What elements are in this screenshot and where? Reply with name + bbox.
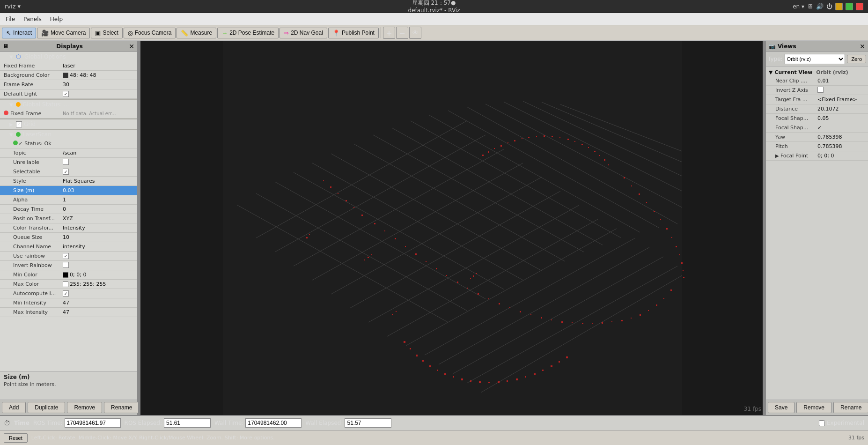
autocompute-row[interactable]: Autocompute I... ✓ [0, 289, 137, 298]
pose-estimate-label: 2D Pose Estimate [229, 30, 274, 36]
max-intensity-row[interactable]: Max Intensity 47 [0, 308, 137, 317]
save-view-btn[interactable]: Save [768, 402, 794, 413]
displays-close-btn[interactable]: ✕ [129, 43, 134, 50]
publish-point-icon: 📍 [332, 30, 340, 37]
global-status-frame-row[interactable]: Fixed Frame No tf data. Actual err... [0, 109, 137, 119]
cv-near-clip-row[interactable]: Near Clip .... 0.01 [766, 76, 868, 86]
svg-rect-85 [488, 298, 489, 299]
selectable-row[interactable]: Selectable ✓ [0, 167, 137, 177]
add-icon-btn[interactable]: + [383, 27, 395, 39]
autocompute-checkbox[interactable]: ✓ [63, 290, 69, 297]
svg-rect-36 [500, 145, 502, 147]
cv-focal-point-row[interactable]: ▶ Focal Point 0; 0; 0 [766, 151, 868, 161]
menu-file[interactable]: File [2, 15, 19, 23]
position-transf-row[interactable]: Position Transf... XYZ [0, 214, 137, 223]
measure-btn[interactable]: 📏 Measure [177, 28, 216, 38]
invert-rainbow-row[interactable]: Invert Rainbow [0, 261, 137, 270]
queue-size-row[interactable]: Queue Size 10 [0, 233, 137, 242]
select-btn[interactable]: ▣ Select [91, 28, 122, 38]
alpha-row[interactable]: Alpha 1 [0, 195, 137, 205]
min-color-row[interactable]: Min Color 0; 0; 0 [0, 270, 137, 280]
views-type-select[interactable]: Orbit (rviz) [785, 54, 846, 64]
svg-rect-114 [542, 370, 544, 371]
reset-btn[interactable]: Reset [4, 433, 28, 443]
add-display-btn[interactable]: Add [2, 402, 26, 413]
unreliable-row[interactable]: Unreliable [0, 158, 137, 167]
nav-goal-btn[interactable]: ⇒ 2D Nav Goal [280, 28, 327, 38]
svg-rect-38 [514, 140, 515, 141]
views-type-label: Type: [768, 56, 783, 62]
rename-display-btn[interactable]: Rename [104, 402, 139, 413]
svg-rect-90 [436, 268, 437, 269]
decay-time-row[interactable]: Decay Time 0 [0, 205, 137, 214]
svg-rect-41 [536, 136, 537, 137]
rename-view-btn[interactable]: Rename [833, 402, 868, 413]
remove-icon-btn[interactable]: − [396, 27, 408, 39]
duplicate-display-btn[interactable]: Duplicate [28, 402, 65, 413]
svg-rect-68 [656, 304, 657, 306]
ros-time-input[interactable] [65, 418, 121, 428]
size-row[interactable]: Size (m) 0.03 [0, 186, 137, 195]
wall-elapsed-input[interactable] [345, 418, 391, 428]
views-zero-btn[interactable]: Zero [847, 55, 866, 63]
invert-z-checkbox[interactable] [817, 87, 824, 93]
menu-help[interactable]: Help [46, 15, 66, 23]
close-btn[interactable] [856, 3, 863, 10]
grid-checkbox[interactable]: ✓ [16, 121, 22, 127]
cv-invert-z-row[interactable]: Invert Z Axis [766, 86, 868, 95]
max-color-row[interactable]: Max Color 255; 255; 255 [0, 280, 137, 289]
view-icon-btn[interactable]: 👁 [409, 27, 421, 39]
cv-focal-shape1-row[interactable]: Focal Shap... 0.05 [766, 114, 868, 123]
move-camera-btn[interactable]: 🎥 Move Camera [37, 28, 90, 38]
global-options-label: Global Options [24, 53, 135, 60]
cv-pitch-row[interactable]: Pitch 0.785398 [766, 142, 868, 151]
unreliable-checkbox[interactable] [63, 159, 69, 165]
svg-rect-75 [592, 323, 593, 324]
topic-row[interactable]: Topic /scan [0, 148, 137, 158]
invert-rainbow-checkbox[interactable] [63, 262, 69, 268]
wall-time-input[interactable] [245, 418, 302, 428]
focus-camera-btn[interactable]: ◎ Focus Camera [124, 28, 176, 38]
selectable-checkbox[interactable]: ✓ [63, 169, 69, 175]
cv-focal-shape2-row[interactable]: Focal Shap... ✓ [766, 123, 868, 133]
toolbar: ↖ Interact 🎥 Move Camera ▣ Select ◎ Focu… [0, 25, 868, 41]
menu-panels[interactable]: Panels [20, 15, 45, 23]
app-name[interactable]: rviz ▾ [5, 3, 21, 10]
svg-rect-126 [470, 278, 471, 279]
right-resize-handle[interactable] [763, 41, 765, 415]
min-intensity-row[interactable]: Min Intensity 47 [0, 298, 137, 308]
status-ok-row[interactable]: ✓ Status: Ok [0, 139, 137, 148]
color-transfor-row[interactable]: Color Transfor... Intensity [0, 223, 137, 233]
minimize-btn[interactable] [835, 3, 843, 10]
remove-display-btn[interactable]: Remove [67, 402, 102, 413]
default-light-checkbox[interactable]: ✓ [63, 91, 69, 97]
interact-btn[interactable]: ↖ Interact [2, 28, 36, 38]
use-rainbow-checkbox[interactable]: ✓ [63, 253, 69, 259]
fixed-frame-row[interactable]: Fixed Frame laser [0, 61, 137, 71]
cv-target-frame-row[interactable]: Target Fra ... <Fixed Frame> [766, 95, 868, 104]
displays-icon: 🖥 [3, 43, 8, 50]
global-options-header[interactable]: ▼ ⬡ Global Options [0, 52, 137, 61]
pose-estimate-btn[interactable]: → 2D Pose Estimate [217, 28, 279, 38]
maximize-btn[interactable] [846, 3, 853, 10]
lang-selector[interactable]: en ▾ [793, 3, 804, 10]
remove-view-btn[interactable]: Remove [796, 402, 831, 413]
left-panel: 🖥 Displays ✕ ▼ ⬡ Global Options Fixed Fr… [0, 41, 138, 415]
views-close-btn[interactable]: ✕ [860, 43, 865, 50]
publish-point-btn[interactable]: 📍 Publish Point [328, 28, 379, 38]
channel-name-row[interactable]: Channel Name intensity [0, 242, 137, 252]
global-status-header[interactable]: ▼ Global Status: ... [0, 100, 137, 109]
3d-viewport[interactable]: 31 fps [140, 41, 765, 415]
background-color-row[interactable]: Background Color 48; 48; 48 [0, 71, 137, 80]
cv-yaw-row[interactable]: Yaw 0.785398 [766, 133, 868, 142]
ros-elapsed-input[interactable] [164, 418, 211, 428]
laserscan-header[interactable]: ▼ LaserScan [0, 130, 137, 139]
style-row[interactable]: Style Flat Squares [0, 177, 137, 186]
experimental-checkbox[interactable] [819, 420, 825, 426]
grid-header[interactable]: ▶ ✓ Grid [0, 119, 137, 129]
frame-rate-row[interactable]: Frame Rate 30 [0, 80, 137, 89]
default-light-row[interactable]: Default Light ✓ [0, 89, 137, 99]
svg-rect-125 [476, 273, 477, 274]
use-rainbow-row[interactable]: Use rainbow ✓ [0, 252, 137, 261]
cv-distance-row[interactable]: Distance 20.1072 [766, 104, 868, 114]
